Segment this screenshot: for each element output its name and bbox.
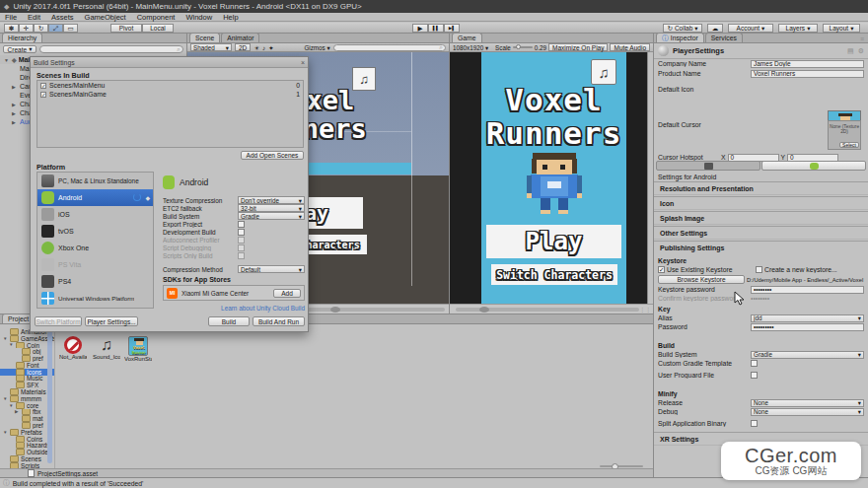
folder-row[interactable]: Music [0, 376, 54, 383]
audio-toggle-icon[interactable]: ♪ [262, 44, 265, 51]
folder-row[interactable]: ▼GameAssets [0, 335, 54, 342]
animator-tab[interactable]: Animator [221, 33, 259, 42]
move-tool-icon[interactable]: ✛ [19, 24, 34, 33]
shading-mode-dropdown[interactable]: Shaded▾ [190, 43, 232, 51]
scene-search-input[interactable]: ⌕ [333, 44, 446, 51]
product-name-field[interactable]: Voxel Runners [751, 70, 864, 78]
platform-xboxone[interactable]: Xbox One [37, 240, 153, 256]
panel-menu-icon[interactable]: ≡ [860, 35, 868, 42]
step-button[interactable]: ▶▌ [444, 24, 460, 33]
2d-toggle[interactable]: 2D [235, 43, 251, 51]
folder-row[interactable]: ▶fbx [0, 409, 54, 416]
menu-component[interactable]: Component [132, 13, 181, 22]
folder-row[interactable]: Coins [0, 436, 54, 443]
collab-button[interactable]: ↻Collab▾ [663, 24, 702, 33]
cursor-select-button[interactable]: Select [839, 142, 859, 148]
folder-row[interactable]: pref [0, 355, 54, 362]
project-zoom-slider[interactable] [600, 465, 643, 467]
key-password-field[interactable]: ••••••••• [751, 323, 864, 331]
resize-grip-icon[interactable]: ⋮⋮ [639, 306, 651, 313]
cloud-button[interactable]: ☁ [707, 24, 723, 33]
section-icon[interactable]: Icon [654, 196, 868, 210]
hand-tool-icon[interactable]: ✽ [4, 24, 19, 33]
folder-row[interactable]: ▼mmmm [0, 395, 54, 402]
scale-tool-icon[interactable]: ⤢ [48, 24, 63, 33]
hierarchy-tab[interactable]: Hierarchy [2, 33, 42, 42]
browse-keystore-button[interactable]: Browse Keystore [658, 275, 745, 284]
menu-window[interactable]: Window [181, 13, 217, 22]
section-splash-image[interactable]: Splash Image [654, 211, 868, 225]
menu-file[interactable]: File [0, 13, 22, 22]
minify-release-dropdown[interactable]: None▾ [751, 399, 864, 407]
game-switch-characters-button[interactable]: Switch Characters [491, 264, 617, 285]
asset-item[interactable]: Voxel Runner VoxRunSta. [124, 336, 152, 362]
section-resolution-presentation[interactable]: Resolution and Presentation [654, 181, 868, 195]
platform-pc[interactable]: PC, Mac & Linux Standalone [37, 173, 153, 189]
folder-row[interactable]: ▼Coin [0, 342, 54, 349]
asset-item[interactable]: Not_Availa. [59, 336, 87, 360]
create-new-keystore-checkbox[interactable] [756, 266, 762, 273]
asset-item[interactable]: ♫ Sound_Icon [93, 336, 120, 360]
docs-book-icon[interactable]: ▤ [847, 47, 854, 55]
folder-row[interactable]: mat [0, 415, 54, 422]
player-settings-button[interactable]: Player Settings... [85, 316, 138, 326]
etc2-fallback-dropdown[interactable]: 32-bit▾ [238, 204, 305, 212]
section-publishing-settings[interactable]: Publishing Settings [654, 241, 868, 254]
add-open-scenes-button[interactable]: Add Open Scenes [241, 151, 304, 160]
inspector-tab[interactable]: ⓘInspector [656, 33, 704, 42]
alias-dropdown[interactable]: jdd▾ [751, 314, 864, 322]
user-proguard-checkbox[interactable] [751, 372, 758, 379]
account-button[interactable]: Account▾ [728, 24, 773, 33]
mute-audio-toggle[interactable]: Mute Audio [610, 43, 650, 51]
folder-row[interactable]: ▼Prefabs [0, 429, 54, 436]
hierarchy-search-input[interactable]: ⌕ [39, 45, 183, 53]
game-play-button[interactable]: Play [486, 225, 621, 258]
section-other-settings[interactable]: Other Settings [654, 226, 868, 240]
keystore-password-field[interactable]: •••••••• [751, 286, 864, 294]
gear-icon[interactable]: ⚙ [858, 47, 864, 55]
scale-slider[interactable] [513, 46, 533, 48]
build-system-dropdown[interactable]: Gradle▾ [751, 351, 864, 359]
hierarchy-create-button[interactable]: Create▾ [3, 45, 36, 53]
layers-button[interactable]: Layers▾ [778, 24, 818, 33]
play-button[interactable]: ▶ [412, 24, 428, 33]
compression-method-dropdown[interactable]: Default▾ [238, 265, 305, 273]
effects-toggle-icon[interactable]: ✦ [268, 44, 273, 51]
scene-row[interactable]: ✓ Scenes/MainGame 1 [37, 90, 303, 99]
menu-edit[interactable]: Edit [23, 13, 45, 22]
folder-row[interactable]: SFX [0, 382, 54, 388]
folder-row[interactable]: Font [0, 362, 54, 369]
xiaomi-add-button[interactable]: Add [273, 289, 301, 298]
platform-psvita[interactable]: PS Vita [37, 256, 153, 273]
folder-row[interactable]: Outside [0, 449, 54, 455]
folder-row[interactable]: ▼core [0, 402, 54, 409]
folder-row-selected[interactable]: Icons [0, 369, 54, 376]
folder-row[interactable]: Materials [0, 388, 54, 395]
project-tree-scrollbar[interactable] [47, 330, 52, 463]
build-system-dropdown[interactable]: Gradle▾ [238, 212, 305, 220]
cloud-build-link[interactable]: Learn about Unity Cloud Build [163, 305, 305, 312]
texture-compression-dropdown[interactable]: Don't override▾ [238, 196, 305, 204]
rotate-tool-icon[interactable]: ↻ [34, 24, 48, 33]
export-project-checkbox[interactable] [238, 221, 245, 228]
services-tab[interactable]: Services [705, 33, 743, 42]
build-and-run-button[interactable]: Build And Run [253, 316, 305, 326]
rect-tool-icon[interactable]: ▭ [63, 24, 78, 33]
minify-debug-dropdown[interactable]: None▾ [751, 408, 864, 416]
game-tab[interactable]: Game [452, 33, 482, 42]
pivot-toggle[interactable]: Pivot [110, 24, 142, 33]
folder-row[interactable]: Hazards [0, 443, 54, 450]
switch-platform-button[interactable]: Switch Platform [35, 316, 82, 326]
scenes-in-build-list[interactable]: ✓ Scenes/MainMenu 0 ✓ Scenes/MainGame 1 [36, 80, 304, 148]
development-build-checkbox[interactable] [238, 229, 245, 236]
pause-button[interactable]: ▌▌ [428, 24, 444, 33]
menu-help[interactable]: Help [218, 13, 243, 22]
lighting-toggle-icon[interactable]: ☀ [253, 44, 259, 51]
game-viewport[interactable]: ♫ Voxel Runners [450, 52, 654, 304]
menu-assets[interactable]: Assets [46, 13, 79, 22]
platform-uwp[interactable]: Universal Windows Platform [37, 290, 153, 307]
default-cursor-box[interactable]: None (Texture 2D) Select [828, 120, 861, 150]
folder-row[interactable]: Scenes [0, 455, 54, 462]
scene-tab[interactable]: Scene [189, 33, 220, 42]
platform-tab-standalone[interactable] [656, 161, 760, 171]
